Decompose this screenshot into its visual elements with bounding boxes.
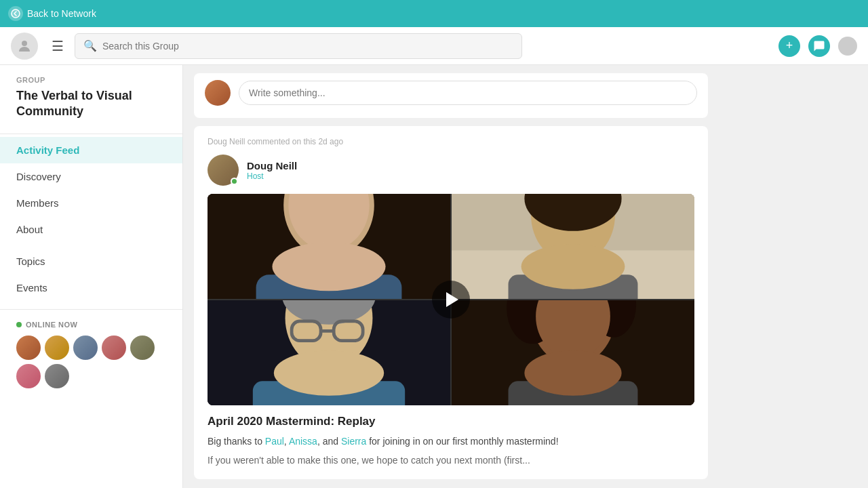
post-body-more: If you weren't able to make this one, we… [194, 449, 708, 479]
back-icon [8, 6, 23, 21]
sidebar-item-label: About [16, 224, 43, 235]
person-bottomleft [208, 300, 450, 405]
write-post-input[interactable] [239, 81, 697, 105]
svg-point-6 [272, 243, 385, 291]
chat-button[interactable] [808, 35, 830, 57]
sidebar-item-label: Topics [16, 256, 45, 267]
person-topleft [208, 194, 450, 299]
video-container [208, 194, 694, 405]
person-bottomright [452, 300, 694, 405]
post-title: April 2020 Mastermind: Replay [194, 405, 708, 434]
video-cell-top-right [452, 194, 694, 299]
link-anissa[interactable]: Anissa [289, 436, 317, 447]
video-cell-bottom-left [208, 300, 450, 405]
group-name: The Verbal to Visual Community [0, 84, 182, 131]
online-avatar-2[interactable] [45, 336, 69, 360]
online-avatar-5[interactable] [130, 336, 155, 360]
write-post-area [194, 73, 708, 113]
svg-point-12 [521, 244, 625, 289]
post-body: Big thanks to Paul, Anissa, and Sierra f… [194, 434, 708, 449]
play-button[interactable] [432, 281, 470, 319]
activity-comment-info: Doug Neill commented on this 2d ago [194, 126, 708, 152]
svg-point-0 [12, 9, 20, 18]
divider-top [0, 134, 182, 134]
header-right: + [778, 35, 857, 57]
write-post-card [194, 73, 708, 118]
post-body-intro: Big thanks to [208, 436, 262, 447]
add-icon: + [786, 39, 793, 53]
top-bar: Back to Network [0, 0, 868, 27]
header-bar: ☰ 🔍 + [0, 27, 868, 65]
person-topright [452, 194, 694, 299]
layout: GROUP The Verbal to Visual Community Act… [0, 65, 868, 488]
back-to-network-link[interactable]: Back to Network [8, 6, 96, 21]
main-content: Doug Neill commented on this 2d ago Doug… [183, 65, 719, 488]
sidebar: GROUP The Verbal to Visual Community Act… [0, 65, 183, 488]
post-card: Doug Neill commented on this 2d ago Doug… [194, 126, 708, 479]
nav-gap [0, 243, 182, 248]
svg-point-28 [524, 350, 621, 396]
back-label: Back to Network [27, 8, 96, 19]
video-cell-bottom-right [452, 300, 694, 405]
current-user-avatar [205, 80, 231, 106]
svg-point-20 [274, 350, 384, 396]
link-paul[interactable]: Paul [265, 436, 284, 447]
search-bar: 🔍 [75, 33, 522, 59]
post-author-name[interactable]: Doug Neill [247, 160, 297, 171]
post-author-info: Doug Neill Host [247, 160, 297, 181]
post-author-avatar[interactable] [208, 155, 239, 186]
sidebar-item-label: Activity Feed [16, 144, 79, 156]
user-avatar[interactable] [838, 37, 857, 56]
search-icon: 🔍 [83, 39, 97, 52]
post-author-row: Doug Neill Host [194, 152, 708, 194]
online-avatar-3[interactable] [73, 336, 98, 360]
search-input[interactable] [102, 41, 513, 52]
svg-point-1 [22, 41, 27, 46]
sidebar-item-label: Discovery [16, 171, 61, 182]
sidebar-item-discovery[interactable]: Discovery [0, 163, 182, 190]
sidebar-item-activity-feed[interactable]: Activity Feed [0, 137, 182, 163]
post-author-role: Host [247, 171, 297, 181]
divider-bottom [0, 309, 182, 310]
group-avatar [11, 33, 38, 60]
online-avatar-4[interactable] [102, 336, 126, 360]
sidebar-item-topics[interactable]: Topics [0, 248, 182, 274]
online-now-label: ONLINE NOW [16, 321, 166, 329]
online-now-section: ONLINE NOW [0, 312, 182, 394]
sidebar-item-events[interactable]: Events [0, 274, 182, 301]
online-dot [16, 322, 22, 327]
online-avatar-7[interactable] [45, 364, 69, 388]
add-button[interactable]: + [778, 35, 800, 57]
right-panel [719, 65, 868, 488]
sidebar-item-label: Members [16, 197, 59, 209]
sidebar-item-members[interactable]: Members [0, 190, 182, 216]
sidebar-item-about[interactable]: About [0, 216, 182, 243]
online-avatars-row [16, 336, 166, 388]
hamburger-icon[interactable]: ☰ [52, 38, 64, 54]
play-triangle-icon [446, 292, 458, 307]
author-online-indicator [231, 178, 238, 185]
sidebar-item-label: Events [16, 282, 47, 293]
online-avatar-6[interactable] [16, 364, 41, 388]
video-cell-top-left [208, 194, 450, 299]
online-avatar-1[interactable] [16, 336, 41, 360]
group-label: GROUP [0, 76, 182, 84]
link-sierra[interactable]: Sierra [341, 436, 366, 447]
